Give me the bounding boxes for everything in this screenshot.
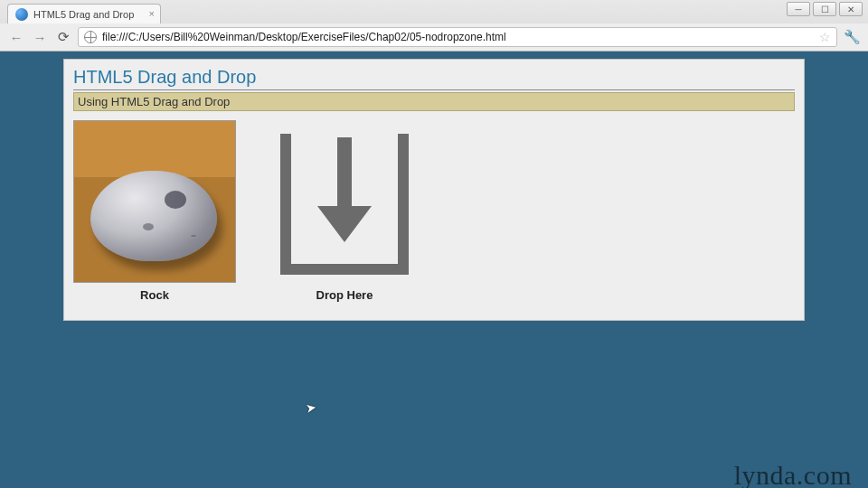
- globe-icon: [84, 31, 97, 43]
- url-text: file:///C:/Users/Bill%20Weinman/Desktop/…: [102, 31, 506, 43]
- draggable-caption: Rock: [73, 288, 236, 302]
- address-bar: ← → ⟳ file:///C:/Users/Bill%20Weinman/De…: [0, 23, 868, 51]
- browser-chrome: HTML5 Drag and Drop × ─ ☐ ✕ ← → ⟳ file:/…: [0, 0, 868, 52]
- svg-rect-0: [337, 137, 352, 210]
- forward-button[interactable]: →: [31, 28, 49, 46]
- settings-wrench-icon[interactable]: 🔧: [843, 29, 861, 45]
- minimize-button[interactable]: ─: [787, 2, 810, 16]
- content-row: Rock Drop Here: [73, 120, 795, 302]
- page-title: HTML5 Drag and Drop: [73, 63, 795, 90]
- reload-button[interactable]: ⟳: [54, 28, 72, 46]
- viewport: HTML5 Drag and Drop Using HTML5 Drag and…: [0, 59, 868, 488]
- favicon-icon: [15, 8, 28, 21]
- dropzone-caption: Drop Here: [272, 288, 417, 302]
- drop-target[interactable]: Drop Here: [272, 120, 417, 302]
- rock-shape: [90, 171, 217, 261]
- page-subheading: Using HTML5 Drag and Drop: [73, 92, 795, 111]
- drop-arrow-icon: [277, 125, 412, 278]
- window-controls: ─ ☐ ✕: [787, 2, 863, 16]
- page-container: HTML5 Drag and Drop Using HTML5 Drag and…: [63, 59, 805, 321]
- close-window-button[interactable]: ✕: [839, 2, 863, 16]
- back-button[interactable]: ←: [7, 28, 25, 46]
- tabstrip: HTML5 Drag and Drop × ─ ☐ ✕: [0, 0, 868, 23]
- mouse-cursor-icon: ➤: [305, 399, 318, 416]
- watermark-text: lynda.com: [734, 460, 852, 488]
- tab-title: HTML5 Drag and Drop: [33, 9, 134, 20]
- draggable-item[interactable]: Rock: [73, 120, 236, 302]
- rock-image[interactable]: [73, 120, 236, 283]
- maximize-button[interactable]: ☐: [813, 2, 836, 16]
- browser-tab[interactable]: HTML5 Drag and Drop ×: [7, 4, 161, 23]
- url-input[interactable]: file:///C:/Users/Bill%20Weinman/Desktop/…: [78, 27, 837, 47]
- dropzone-graphic[interactable]: [272, 120, 417, 283]
- bookmark-star-icon[interactable]: ☆: [819, 30, 831, 44]
- close-tab-icon[interactable]: ×: [149, 8, 155, 19]
